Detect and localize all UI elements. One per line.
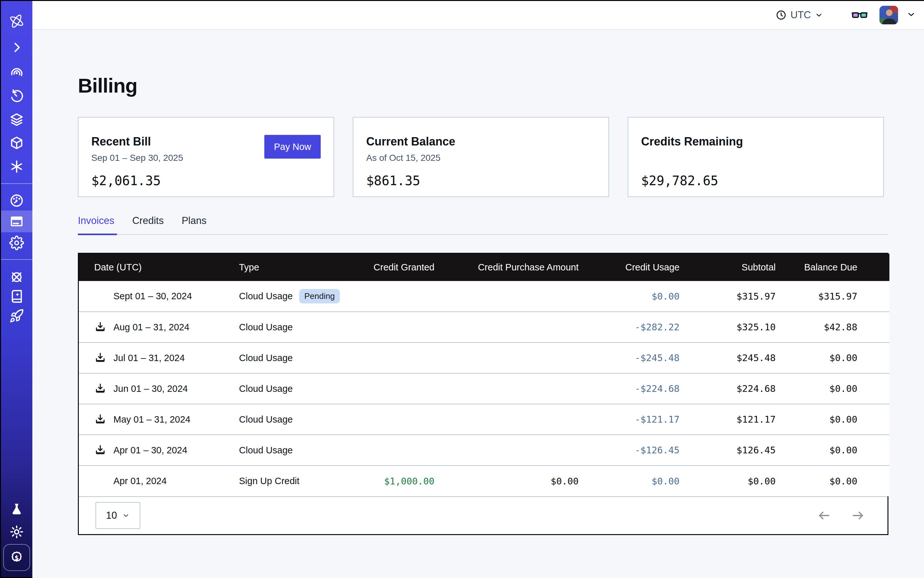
chevron-down-icon <box>906 10 916 19</box>
download-invoice-icon[interactable] <box>94 413 107 426</box>
timezone-selector[interactable]: UTC <box>776 9 823 21</box>
table-header: Date (UTC)TypeCredit GrantedCredit Purch… <box>79 254 889 281</box>
sidebar-item-rocket[interactable] <box>9 308 24 323</box>
sidebar-item-theme[interactable] <box>9 524 24 539</box>
sidebar-item-asterisk[interactable] <box>9 159 24 174</box>
dollar-badge-icon: $ <box>9 550 24 565</box>
subtotal-value: $126.45 <box>689 435 785 466</box>
download-invoice-icon[interactable] <box>94 382 107 395</box>
card-amount: $29,782.65 <box>641 173 870 188</box>
column-header: Type <box>226 254 354 281</box>
sidebar-item-layers[interactable] <box>9 112 24 127</box>
tab-invoices[interactable]: Invoices <box>78 215 114 234</box>
main-content: Billing Recent Bill Sep 01 – Sep 30, 202… <box>32 30 924 578</box>
previous-page-arrow[interactable] <box>817 508 831 523</box>
chevron-down-icon <box>122 512 130 520</box>
helm-wheel-icon <box>9 270 24 284</box>
summary-cards: Recent Bill Sep 01 – Sep 30, 2025 $2,061… <box>78 117 888 197</box>
card-amount: $2,061.35 <box>91 173 321 188</box>
invoice-table-body: Sept 01 – 30, 2024 Cloud Usage Pending $… <box>79 281 889 496</box>
page-size-value: 10 <box>106 510 117 521</box>
credit-usage-value: $0.00 <box>588 466 689 496</box>
spiral-eye-icon <box>9 65 24 80</box>
chevron-down-icon <box>815 11 823 19</box>
table-row: Sept 01 – 30, 2024 Cloud Usage Pending $… <box>79 281 889 312</box>
credit-purchase-value <box>444 343 588 373</box>
sidebar-item-dashboard[interactable] <box>9 193 24 208</box>
card-subtitle: As of Oct 15, 2025 <box>366 153 596 164</box>
credit-usage-value: -$282.22 <box>588 312 689 343</box>
table-header-row: Date (UTC)TypeCredit GrantedCredit Purch… <box>79 254 889 281</box>
sidebar-item-timer[interactable] <box>9 89 24 104</box>
sidebar-item-settings[interactable] <box>9 235 24 250</box>
credit-purchase-value: $0.00 <box>444 466 588 496</box>
balance-due-value: $315.97 <box>785 281 889 312</box>
billing-card-icon <box>9 214 24 229</box>
credit-purchase-value <box>444 312 588 343</box>
subtotal-value: $0.00 <box>689 466 785 496</box>
credit-purchase-value <box>444 404 588 435</box>
credit-granted-value <box>354 312 444 343</box>
credit-purchase-value <box>444 435 588 466</box>
card-amount: $861.35 <box>366 173 596 188</box>
cube-icon <box>9 136 24 150</box>
column-header: Subtotal <box>689 254 785 281</box>
sidebar-item-helm[interactable] <box>9 270 24 284</box>
sidebar-expand-chevron-icon[interactable] <box>9 40 24 55</box>
invoice-date: May 01 – 31, 2024 <box>114 414 190 425</box>
status-badge: Pending <box>299 289 340 304</box>
account-menu-caret[interactable] <box>906 10 916 21</box>
invoice-type: Cloud Usage <box>239 383 293 394</box>
logo-orbit-icon[interactable] <box>8 13 25 30</box>
tab-credits[interactable]: Credits <box>132 215 164 234</box>
sidebar-item-billing[interactable] <box>9 214 24 229</box>
table-row: May 01 – 31, 2024 Cloud Usage -$121.17 $… <box>79 404 889 435</box>
timer-icon <box>9 89 24 104</box>
tab-plans[interactable]: Plans <box>182 215 207 234</box>
asterisk-icon <box>9 159 24 174</box>
download-invoice-icon[interactable] <box>94 321 107 334</box>
credit-usage-value: -$224.68 <box>588 373 689 404</box>
invoice-date: Apr 01, 2024 <box>114 476 167 486</box>
sun-icon <box>9 524 24 539</box>
invoice-type: Cloud Usage <box>239 445 293 456</box>
card-subtitle <box>641 153 870 164</box>
invoice-date: Jul 01 – 31, 2024 <box>114 353 185 363</box>
pay-now-button[interactable]: Pay Now <box>264 135 321 159</box>
column-header: Credit Purchase Amount <box>444 254 588 281</box>
table-row: Jun 01 – 30, 2024 Cloud Usage -$224.68 $… <box>79 373 889 404</box>
sidebar-item-labs[interactable] <box>9 502 24 517</box>
clock-icon <box>776 10 786 21</box>
balance-due-value: $0.00 <box>785 466 889 496</box>
sidebar-item-cube[interactable] <box>9 136 24 150</box>
credit-purchase-value <box>444 373 588 404</box>
reader-glasses-icon[interactable] <box>851 6 868 24</box>
sidebar-item-docs[interactable] <box>9 289 24 304</box>
download-invoice-icon[interactable] <box>94 351 107 364</box>
book-sparkle-icon <box>9 289 24 304</box>
sidebar-money-button[interactable]: $ <box>3 544 30 571</box>
avatar[interactable] <box>880 6 898 24</box>
invoice-type: Cloud Usage <box>239 291 293 302</box>
app-window: $ UTC <box>0 0 924 578</box>
svg-text:$: $ <box>15 554 19 562</box>
next-page-arrow[interactable] <box>851 508 865 523</box>
credit-granted-value <box>354 404 444 435</box>
table-row: Jul 01 – 31, 2024 Cloud Usage -$245.48 $… <box>79 343 889 373</box>
sidebar-item-observe[interactable] <box>9 65 24 80</box>
table-row: Apr 01 – 30, 2024 Cloud Usage -$126.45 $… <box>79 435 889 466</box>
topbar: UTC <box>32 1 924 30</box>
sidebar-divider <box>1 259 32 260</box>
card-title: Current Balance <box>366 135 596 148</box>
credit-usage-value: -$245.48 <box>588 343 689 373</box>
credit-granted-value <box>354 373 444 404</box>
credit-purchase-value <box>444 281 588 312</box>
column-header: Credit Granted <box>354 254 444 281</box>
sidebar: $ <box>1 1 32 577</box>
invoice-type: Sign Up Credit <box>239 476 300 486</box>
rocket-icon <box>9 308 24 323</box>
page-size-select[interactable]: 10 <box>96 502 140 529</box>
balance-due-value: $0.00 <box>785 435 889 466</box>
download-invoice-icon[interactable] <box>94 444 107 456</box>
table-row: Apr 01, 2024 Sign Up Credit $1,000.00 $0… <box>79 466 889 496</box>
